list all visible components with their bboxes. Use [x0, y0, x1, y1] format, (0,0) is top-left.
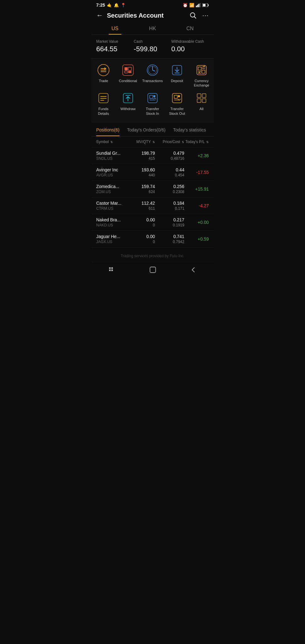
transfer-stock-out-icon — [170, 92, 184, 105]
svg-rect-6 — [203, 4, 206, 6]
pnl-value-1: -17.55 — [196, 170, 209, 175]
currency-exchange-action[interactable]: Currency Exchange — [191, 64, 213, 88]
price-cost-0: 0.48716 — [155, 156, 184, 161]
trade-label: Trade — [99, 79, 108, 83]
symbol-name-3: Castor Mar... — [96, 201, 125, 206]
price-value-5: 0.741 — [155, 234, 184, 239]
signal-icon — [196, 3, 201, 7]
mv-qty-5: 0 — [125, 240, 155, 244]
conditional-action[interactable]: Conditional — [117, 64, 139, 88]
wifi-icon: 📶 — [189, 3, 194, 8]
mv-qty-3: 611 — [125, 206, 155, 211]
location-icon: 📍 — [121, 3, 126, 8]
symbol-code-0: SNDL.US — [96, 156, 125, 161]
row-symbol-col-2: Zomedica... ZOM.US — [96, 184, 125, 194]
row-pnl-col-2: +15.91 — [184, 186, 209, 192]
svg-rect-42 — [150, 95, 153, 98]
svg-rect-17 — [128, 67, 131, 70]
positions-tabs: Positions(6) Today's Orders(0/6) Today's… — [91, 124, 214, 136]
table-row[interactable]: Sundial Gr... SNDL.US 198.79 415 0.479 0… — [91, 147, 214, 164]
svg-rect-49 — [197, 94, 201, 97]
all-icon — [195, 92, 208, 105]
col-header-symbol[interactable]: Symbol ⇅ — [96, 140, 125, 144]
price-value-0: 0.479 — [155, 151, 184, 156]
withdrawable-cash: Withdrawable Cash 0.00 — [171, 39, 209, 53]
all-action[interactable]: All — [191, 92, 213, 116]
symbol-code-4: NAKD.US — [96, 223, 125, 227]
more-button[interactable]: ⋯ — [202, 12, 209, 19]
back-button[interactable]: ← — [96, 11, 103, 19]
quick-actions-row-1: Trade Conditional — [91, 64, 214, 88]
row-pnl-col-4: +0.00 — [184, 219, 209, 225]
alarm-icon: ⏰ — [183, 3, 188, 8]
symbol-sort-icon: ⇅ — [110, 141, 113, 144]
svg-rect-28 — [198, 67, 201, 70]
trade-action[interactable]: Trade — [92, 64, 114, 88]
tab-positions[interactable]: Positions(6) — [96, 124, 119, 136]
withdrawable-cash-number: 0.00 — [171, 45, 209, 53]
mv-qty-2: 624 — [125, 190, 155, 194]
transactions-label: Transactions — [142, 79, 163, 83]
nav-back-icon[interactable] — [190, 266, 197, 274]
account-values: Market Value 664.55 Cash -599.80 Withdra… — [91, 35, 214, 58]
row-pnl-col-0: +2.36 — [184, 153, 209, 158]
symbol-code-2: ZOM.US — [96, 190, 125, 194]
table-row[interactable]: Castor Mar... CTRM.US 112.42 611 0.184 0… — [91, 197, 214, 214]
row-mv-col-0: 198.79 415 — [125, 151, 155, 161]
table-row[interactable]: Naked Bra... NAKD.US 0.00 0 0.217 0.1919… — [91, 214, 214, 231]
col-header-price[interactable]: Price/Cost ⇅ — [155, 140, 184, 144]
footer-text: Trading services provided by Futu Inc. — [91, 247, 214, 262]
tab-us[interactable]: US — [96, 23, 134, 35]
table-row[interactable]: Avinger Inc AVGR.US 193.60 440 0.44 0.45… — [91, 164, 214, 181]
deposit-icon — [170, 64, 184, 77]
transfer-stock-in-action[interactable]: Transfer Stock In — [141, 92, 164, 116]
pnl-value-3: -4.27 — [199, 203, 209, 208]
search-button[interactable] — [190, 12, 197, 19]
withdraw-icon — [121, 92, 135, 105]
transactions-action[interactable]: Transactions — [141, 64, 164, 88]
hand-icon: 🤙 — [107, 3, 112, 8]
tab-cn[interactable]: CN — [171, 23, 209, 35]
market-value: Market Value 664.55 — [96, 39, 134, 53]
symbol-code-5: JAGX.US — [96, 240, 125, 244]
deposit-action[interactable]: Deposit — [166, 64, 188, 88]
tab-hk[interactable]: HK — [134, 23, 171, 35]
funds-details-icon — [97, 92, 110, 105]
tab-statistics[interactable]: Today's statistics — [173, 124, 206, 136]
tab-orders[interactable]: Today's Orders(0/6) — [127, 124, 166, 136]
svg-rect-54 — [111, 267, 113, 269]
nav-menu-icon[interactable] — [108, 266, 116, 273]
currency-exchange-icon — [195, 64, 208, 77]
market-tabs: US HK CN — [91, 23, 214, 35]
transfer-stock-out-action[interactable]: Transfer Stock Out — [166, 92, 188, 116]
svg-rect-5 — [208, 4, 209, 6]
row-mv-col-2: 159.74 624 — [125, 184, 155, 194]
symbol-name-1: Avinger Inc — [96, 167, 125, 172]
svg-rect-52 — [202, 99, 206, 103]
withdraw-label: Withdraw — [120, 107, 136, 111]
svg-rect-16 — [125, 67, 128, 70]
row-pnl-col-1: -17.55 — [184, 169, 209, 175]
col-header-pnl[interactable]: Today's P/L ⇅ — [184, 140, 209, 144]
svg-rect-47 — [178, 95, 180, 97]
table-row[interactable]: Jaguar He... JAGX.US 0.00 0 0.741 0.7942… — [91, 231, 214, 247]
svg-rect-46 — [174, 95, 177, 98]
table-row[interactable]: Zomedica... ZOM.US 159.74 624 0.256 0.23… — [91, 181, 214, 197]
withdraw-action[interactable]: Withdraw — [117, 92, 139, 116]
svg-rect-1 — [197, 5, 198, 7]
svg-rect-51 — [197, 99, 201, 103]
transactions-icon — [146, 64, 159, 77]
mv-qty-0: 415 — [125, 156, 155, 161]
table-header: Symbol ⇅ MV/QTY ⇅ Price/Cost ⇅ Today's P… — [91, 136, 214, 147]
symbol-name-4: Naked Bra... — [96, 217, 125, 222]
price-cost-4: 0.1919 — [155, 223, 184, 227]
row-symbol-col-4: Naked Bra... NAKD.US — [96, 217, 125, 227]
nav-home-icon[interactable] — [149, 266, 157, 274]
mv-sort-icon: ⇅ — [152, 141, 155, 144]
pnl-value-2: +15.91 — [195, 186, 209, 192]
col-header-mv[interactable]: MV/QTY ⇅ — [125, 140, 155, 144]
row-symbol-col-3: Castor Mar... CTRM.US — [96, 201, 125, 211]
funds-details-action[interactable]: Funds Details — [92, 92, 114, 116]
price-cost-5: 0.7942 — [155, 240, 184, 244]
svg-rect-15 — [123, 65, 133, 75]
